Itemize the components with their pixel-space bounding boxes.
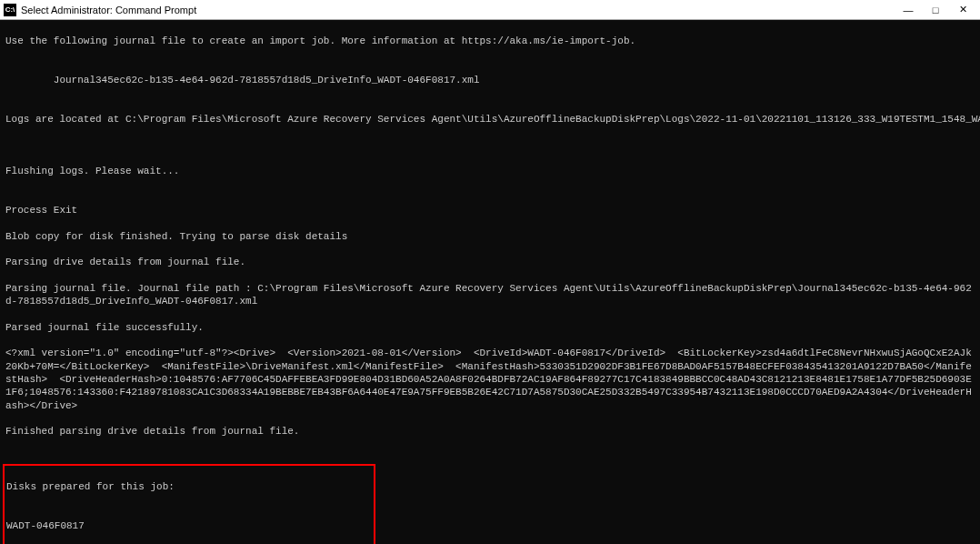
output-line: Finished parsing drive details from jour…	[5, 425, 975, 438]
output-line: Logs are located at C:\Program Files\Mic…	[5, 113, 975, 126]
highlight-box-disks-prepared: Disks prepared for this job: WADT-046F08…	[3, 464, 375, 544]
output-line: Process Exit	[5, 204, 975, 217]
output-line: Parsed journal file successfully.	[5, 321, 975, 334]
output-line: Use the following journal file to create…	[5, 35, 975, 47]
window-controls: — □ ✕	[895, 1, 976, 19]
minimize-button[interactable]: —	[895, 1, 922, 19]
output-line: Parsing journal file. Journal file path …	[5, 282, 975, 308]
output-line: Disks prepared for this job:	[6, 480, 372, 493]
titlebar: C:\ Select Administrator: Command Prompt…	[0, 0, 980, 20]
terminal-output[interactable]: Use the following journal file to create…	[0, 20, 980, 544]
window-title: Select Administrator: Command Prompt	[21, 5, 895, 15]
output-line: Journal345ec62c-b135-4e64-962d-7818557d1…	[5, 74, 975, 86]
output-line: Blob copy for disk finished. Trying to p…	[5, 230, 975, 243]
output-line: <?xml version="1.0" encoding="utf-8"?><D…	[5, 347, 975, 411]
cmd-icon: C:\	[4, 4, 16, 16]
output-line: Parsing drive details from journal file.	[5, 256, 975, 268]
close-button[interactable]: ✕	[949, 1, 976, 19]
output-line: Flushing logs. Please wait...	[5, 165, 975, 177]
output-line: WADT-046F0817	[6, 519, 372, 532]
maximize-button[interactable]: □	[922, 1, 949, 19]
